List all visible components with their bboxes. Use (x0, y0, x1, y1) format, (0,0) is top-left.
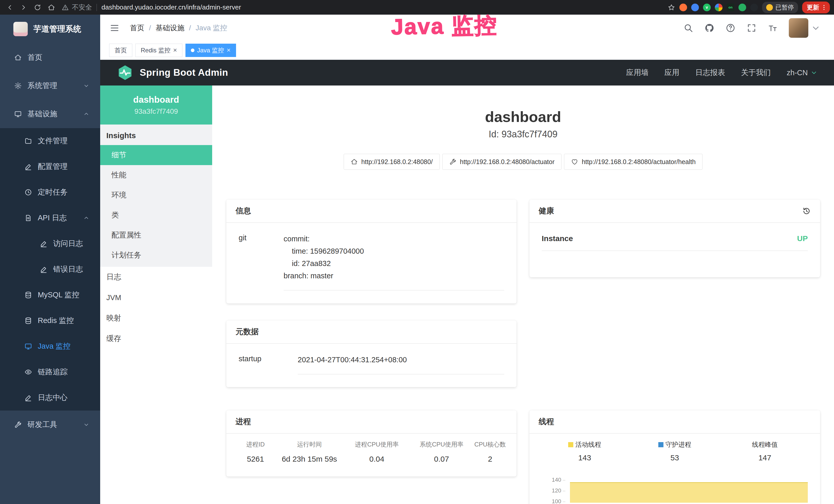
update-button[interactable]: 更新 (802, 2, 830, 13)
paused-badge[interactable]: 已暂停 (762, 2, 798, 13)
legend-peak-threads: 线程峰值 (752, 440, 778, 449)
sidebar-item-label: 配置管理 (38, 161, 68, 172)
sba-nav-about[interactable]: 关于我们 (741, 68, 771, 78)
y-tick-100: 100 (540, 498, 565, 504)
sidebar-item-log-center[interactable]: 日志中心 (0, 385, 100, 411)
font-size-icon[interactable] (768, 23, 777, 33)
sidebar-item-mysql-monitor[interactable]: MySQL 监控 (0, 282, 100, 308)
live-threads-area-series (570, 482, 808, 503)
browser-home-button[interactable] (46, 2, 57, 13)
header-actions (683, 18, 834, 38)
locale-selector[interactable]: zh-CN (787, 69, 817, 77)
sba-item-config-props[interactable]: 配置属性 (100, 225, 212, 245)
actuator-url-button[interactable]: http://192.168.0.2:48080/actuator (442, 154, 562, 170)
sidebar-item-scheduled-tasks[interactable]: 定时任务 (0, 180, 100, 205)
app-logo[interactable]: 芋道管理系统 (0, 15, 100, 43)
sba-nav-wallboard[interactable]: 应用墙 (626, 68, 649, 78)
address-bar[interactable]: 不安全 dashboard.yudao.iocoder.cn/infra/adm… (62, 3, 241, 12)
sidebar-item-label: 日志中心 (38, 393, 68, 403)
sidebar-item-home[interactable]: 首页 (0, 43, 100, 72)
process-col-process-cpu: 进程CPU使用率 (345, 440, 409, 449)
legend-label: 活动线程 (575, 440, 601, 449)
sidebar-submenu-infrastructure: 文件管理 配置管理 定时任务 API 日志 访问日志 错误日志 (0, 128, 100, 411)
back-button[interactable] (4, 2, 16, 13)
sidebar-item-api-logs[interactable]: API 日志 (0, 205, 100, 231)
health-row[interactable]: Instance UP (542, 234, 808, 251)
sba-item-jvm[interactable]: JVM (100, 287, 212, 308)
sba-body: dashboard 93a3fc7f7409 Insights 细节 性能 环境… (100, 86, 834, 504)
sba-item-environment[interactable]: 环境 (100, 185, 212, 205)
extension-icon-paw[interactable] (750, 4, 758, 11)
sba-item-logs[interactable]: 日志 (100, 267, 212, 287)
close-icon[interactable] (173, 47, 177, 54)
sidebar-item-dev-tools[interactable]: 研发工具 (0, 411, 100, 439)
health-url-button[interactable]: http://192.168.0.2:48080/actuator/health (564, 154, 702, 170)
database-icon (24, 317, 32, 324)
eye-icon (24, 368, 32, 376)
collapse-sidebar-button[interactable] (109, 23, 120, 33)
close-icon[interactable] (227, 47, 231, 54)
github-icon[interactable] (705, 23, 714, 33)
hamburger-icon (109, 23, 120, 33)
sba-item-scheduled-tasks[interactable]: 计划任务 (100, 245, 212, 265)
info-card-body: git commit: time: 1596289704000 id: 27aa… (226, 223, 517, 290)
tab-java-monitor[interactable]: Java 监控 (185, 44, 236, 57)
extension-icon-orange[interactable] (679, 4, 687, 11)
info-value: commit: time: 1596289704000 id: 27aa832 … (284, 233, 504, 290)
edit-icon (40, 240, 47, 248)
insights-group: Insights 细节 性能 环境 类 配置属性 计划任务 (100, 124, 212, 267)
process-table: 进程ID 运行时间 进程CPU使用率 系统CPU使用率 CPU核心数 5261 … (237, 440, 506, 463)
sidebar-item-system-mgmt[interactable]: 系统管理 (0, 72, 100, 100)
chevron-down-icon (83, 421, 89, 428)
sidebar-item-access-logs[interactable]: 访问日志 (0, 231, 100, 256)
service-url-button[interactable]: http://192.168.0.2:48080/ (344, 154, 440, 170)
breadcrumb-item-home[interactable]: 首页 (130, 23, 144, 33)
process-value-uptime: 6d 23h 15m 59s (274, 455, 345, 463)
instance-header[interactable]: dashboard 93a3fc7f7409 (100, 86, 212, 124)
extension-icon-on[interactable]: on (727, 4, 734, 11)
user-menu[interactable] (789, 18, 821, 38)
extension-icon-leaf[interactable] (739, 4, 746, 11)
sba-item-classes[interactable]: 类 (100, 205, 212, 225)
sidebar-item-trace[interactable]: 链路追踪 (0, 359, 100, 385)
edit-icon (24, 394, 32, 402)
sba-item-caches[interactable]: 缓存 (100, 328, 212, 349)
fullscreen-icon[interactable] (747, 23, 756, 33)
info-card-title: 信息 (226, 200, 517, 223)
metadata-card-title: 元数据 (226, 320, 517, 344)
extension-icon-blue[interactable] (691, 4, 699, 11)
sidebar-item-file-mgmt[interactable]: 文件管理 (0, 128, 100, 154)
sba-nav-applications[interactable]: 应用 (664, 68, 679, 78)
sidebar-item-infrastructure[interactable]: 基础设施 (0, 100, 100, 128)
help-icon[interactable] (726, 23, 736, 33)
sba-sidebar-others: 日志 JVM 映射 缓存 (100, 267, 212, 349)
sba-item-mappings[interactable]: 映射 (100, 308, 212, 328)
tab-label: Java 监控 (197, 46, 224, 54)
sidebar-item-redis-monitor[interactable]: Redis 监控 (0, 308, 100, 334)
breadcrumb-item-infrastructure[interactable]: 基础设施 (156, 23, 184, 33)
sba-item-performance[interactable]: 性能 (100, 165, 212, 185)
sidebar-item-error-logs[interactable]: 错误日志 (0, 256, 100, 282)
monitor-icon (24, 343, 32, 350)
sidebar-item-java-monitor[interactable]: Java 监控 (0, 334, 100, 359)
sba-item-details[interactable]: 细节 (100, 145, 212, 165)
sba-brand[interactable]: Spring Boot Admin (117, 64, 228, 81)
process-col-system-cpu: 系统CPU使用率 (409, 440, 474, 449)
legend-square-yellow (568, 442, 573, 447)
bookmark-star-icon[interactable] (667, 4, 675, 11)
reload-button[interactable] (32, 2, 43, 13)
locale-label: zh-CN (787, 69, 808, 77)
extension-icon-green-v[interactable]: v (703, 4, 711, 11)
legend-label: 守护进程 (665, 440, 691, 449)
threads-card-title: 线程 (529, 410, 820, 434)
extension-icon-grid[interactable] (715, 4, 723, 11)
tab-home[interactable]: 首页 (109, 44, 132, 57)
history-icon[interactable] (802, 207, 811, 215)
forward-button[interactable] (18, 2, 29, 13)
tab-redis-monitor[interactable]: Redis 监控 (135, 44, 182, 57)
reload-icon (34, 4, 41, 11)
sidebar-item-config-mgmt[interactable]: 配置管理 (0, 154, 100, 180)
more-menu-icon[interactable] (821, 4, 827, 11)
sba-nav-journal[interactable]: 日志报表 (695, 68, 725, 78)
search-icon[interactable] (683, 23, 693, 33)
